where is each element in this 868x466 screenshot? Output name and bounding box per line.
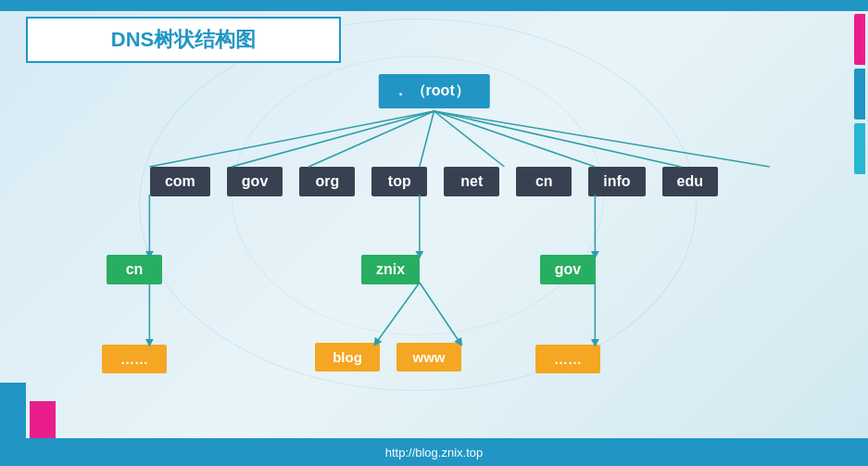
root-node-container: . （root） (378, 74, 489, 108)
footer-url: http://blog.znix.top (385, 446, 484, 460)
right-decoration (851, 0, 868, 466)
level1-nodes: com gov org top net cn info edu (0, 167, 868, 196)
node-com-cn: cn (107, 255, 162, 284)
node-com: com (150, 167, 210, 196)
deco-cyan-bar (854, 123, 865, 174)
root-node: . （root） (378, 74, 489, 108)
node-top-znix-blog: blog (315, 343, 380, 372)
node-gov: gov (227, 167, 283, 196)
node-com-cn-dots: …… (102, 345, 167, 373)
subtree-com: cn …… (102, 255, 167, 373)
node-top-znix: znix (361, 255, 420, 284)
node-cn: cn (516, 167, 572, 196)
node-org: org (299, 167, 355, 196)
subtree-top-level3: blog www (315, 343, 461, 372)
node-cn-gov: gov (540, 255, 596, 284)
top-bar (0, 0, 868, 11)
node-top: top (371, 167, 427, 196)
left-deco-pink-bar (30, 401, 56, 438)
root-label: （root） (411, 82, 470, 98)
left-deco-blue-bar (0, 383, 26, 438)
root-dot: . (398, 82, 402, 98)
bottom-bar: http://blog.znix.top (0, 438, 868, 466)
background-map (0, 0, 868, 466)
page-title: DNS树状结构图 (111, 26, 256, 54)
title-box: DNS树状结构图 (26, 17, 341, 63)
node-net: net (444, 167, 499, 196)
subtree-cn: gov …… (535, 255, 600, 373)
deco-pink-bar (854, 14, 865, 65)
node-info: info (588, 167, 645, 196)
node-top-znix-www: www (396, 343, 461, 372)
left-decoration (0, 383, 56, 438)
node-cn-gov-dots: …… (535, 345, 600, 373)
deco-blue-bar (854, 69, 865, 120)
subtree-top: znix (361, 255, 420, 284)
node-edu: edu (662, 167, 718, 196)
